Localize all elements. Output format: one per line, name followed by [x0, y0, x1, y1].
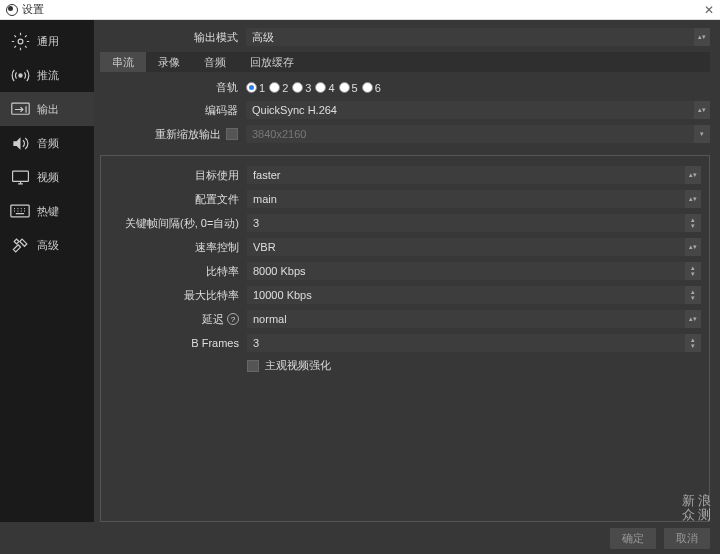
app-icon: [6, 4, 18, 16]
sidebar-item-general[interactable]: 通用: [0, 24, 94, 58]
track-radio-2[interactable]: [269, 82, 280, 93]
footer: 确定 取消: [0, 522, 720, 554]
titlebar: 设置 ✕: [0, 0, 720, 20]
chevron-updown-icon: ▴▾: [694, 28, 710, 46]
profile-label: 配置文件: [101, 192, 247, 207]
rate-control-label: 速率控制: [101, 240, 247, 255]
chevron-updown-icon: ▴▾: [685, 190, 701, 208]
keyint-spinner[interactable]: 3 ▴▾: [247, 214, 701, 232]
track-radio-3[interactable]: [292, 82, 303, 93]
bframes-label: B Frames: [101, 337, 247, 349]
subjective-label: 主观视频强化: [265, 358, 331, 373]
keyint-label: 关键帧间隔(秒, 0=自动): [101, 216, 247, 231]
sidebar-item-label: 通用: [37, 34, 59, 49]
rate-control-select[interactable]: VBR ▴▾: [247, 238, 701, 256]
chevron-down-icon: ▾: [694, 125, 710, 143]
profile-select[interactable]: main ▴▾: [247, 190, 701, 208]
track-radio-6[interactable]: [362, 82, 373, 93]
rescale-label: 重新缩放输出: [155, 127, 221, 142]
spinner-arrows-icon: ▴▾: [685, 214, 701, 232]
rescale-checkbox[interactable]: [226, 128, 238, 140]
sidebar: 通用 推流 输出 音频: [0, 20, 94, 522]
sidebar-item-video[interactable]: 视频: [0, 160, 94, 194]
sidebar-item-stream[interactable]: 推流: [0, 58, 94, 92]
tab-audio[interactable]: 音频: [192, 52, 238, 72]
encoder-label: 编码器: [100, 103, 246, 118]
track-radio-5[interactable]: [339, 82, 350, 93]
ok-button[interactable]: 确定: [610, 528, 656, 549]
latency-select[interactable]: normal ▴▾: [247, 310, 701, 328]
keyboard-icon: [10, 202, 30, 220]
window-title: 设置: [22, 2, 44, 17]
svg-point-1: [18, 73, 21, 76]
bitrate-label: 比特率: [101, 264, 247, 279]
sidebar-item-label: 视频: [37, 170, 59, 185]
spinner-arrows-icon: ▴▾: [685, 286, 701, 304]
tracks-group: 1 2 3 4 5 6: [246, 82, 381, 94]
sidebar-item-audio[interactable]: 音频: [0, 126, 94, 160]
sidebar-item-label: 热键: [37, 204, 59, 219]
max-bitrate-label: 最大比特率: [101, 288, 247, 303]
help-icon[interactable]: ?: [227, 313, 239, 325]
encoder-select[interactable]: QuickSync H.264 ▴▾: [246, 101, 710, 119]
sidebar-item-label: 音频: [37, 136, 59, 151]
tab-replay[interactable]: 回放缓存: [238, 52, 306, 72]
sidebar-item-output[interactable]: 输出: [0, 92, 94, 126]
chevron-updown-icon: ▴▾: [685, 166, 701, 184]
spinner-arrows-icon: ▴▾: [685, 262, 701, 280]
tools-icon: [10, 236, 30, 254]
cancel-button[interactable]: 取消: [664, 528, 710, 549]
monitor-icon: [10, 168, 30, 186]
tabs: 串流 录像 音频 回放缓存: [100, 52, 710, 72]
encoder-panel: 目标使用 faster ▴▾ 配置文件 main ▴▾ 关键帧间隔(秒, 0=自…: [100, 155, 710, 522]
sidebar-item-label: 推流: [37, 68, 59, 83]
chevron-updown-icon: ▴▾: [685, 238, 701, 256]
svg-rect-3: [12, 171, 28, 181]
chevron-updown-icon: ▴▾: [694, 101, 710, 119]
close-icon[interactable]: ✕: [704, 3, 714, 17]
sidebar-item-advanced[interactable]: 高级: [0, 228, 94, 262]
max-bitrate-spinner[interactable]: 10000 Kbps ▴▾: [247, 286, 701, 304]
svg-point-0: [18, 39, 23, 44]
subjective-checkbox[interactable]: [247, 360, 259, 372]
bitrate-spinner[interactable]: 8000 Kbps ▴▾: [247, 262, 701, 280]
track-radio-1[interactable]: [246, 82, 257, 93]
sidebar-item-hotkeys[interactable]: 热键: [0, 194, 94, 228]
antenna-icon: [10, 66, 30, 84]
target-usage-label: 目标使用: [101, 168, 247, 183]
content-area: 输出模式 高级 ▴▾ 串流 录像 音频 回放缓存 音轨 1 2 3 4: [94, 20, 720, 522]
sidebar-item-label: 高级: [37, 238, 59, 253]
target-usage-select[interactable]: faster ▴▾: [247, 166, 701, 184]
sidebar-item-label: 输出: [37, 102, 59, 117]
gear-icon: [10, 32, 30, 50]
output-mode-label: 输出模式: [100, 30, 246, 45]
tab-stream[interactable]: 串流: [100, 52, 146, 72]
output-icon: [10, 100, 30, 118]
latency-label: 延迟: [202, 312, 224, 327]
svg-rect-4: [11, 205, 29, 217]
track-radio-4[interactable]: [315, 82, 326, 93]
bframes-spinner[interactable]: 3 ▴▾: [247, 334, 701, 352]
output-mode-select[interactable]: 高级 ▴▾: [246, 28, 710, 46]
tracks-label: 音轨: [100, 80, 246, 95]
chevron-updown-icon: ▴▾: [685, 310, 701, 328]
rescale-select[interactable]: 3840x2160 ▾: [246, 125, 710, 143]
spinner-arrows-icon: ▴▾: [685, 334, 701, 352]
tab-record[interactable]: 录像: [146, 52, 192, 72]
speaker-icon: [10, 134, 30, 152]
